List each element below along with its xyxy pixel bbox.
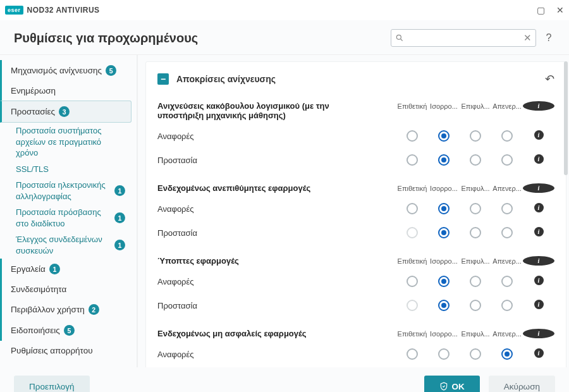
- badge: 3: [59, 106, 70, 117]
- radio-option[interactable]: [501, 348, 513, 360]
- setting-row: Αναφορέςi: [157, 124, 554, 148]
- collapse-icon[interactable]: −: [157, 73, 169, 85]
- close-icon[interactable]: ✕: [556, 5, 564, 15]
- column-label: Απενερ...: [491, 185, 523, 192]
- search-box[interactable]: ✕: [391, 29, 536, 47]
- sidebar-item-label: Προστασία ηλεκτρονικής αλληλογραφίας: [16, 180, 111, 202]
- badge: 1: [114, 185, 125, 196]
- radio-option[interactable]: [470, 300, 481, 311]
- radio-option[interactable]: [470, 227, 481, 238]
- row-label: Αναφορές: [157, 350, 194, 359]
- radio-option[interactable]: [501, 227, 513, 238]
- sidebar-item-1[interactable]: Ενημέρωση: [0, 81, 132, 101]
- setting-row: Αναφορέςi: [157, 197, 554, 221]
- radio-option[interactable]: [438, 348, 450, 360]
- clear-search-icon[interactable]: ✕: [523, 32, 532, 44]
- row-label: Αναφορές: [157, 132, 194, 141]
- radio-option[interactable]: [438, 227, 450, 238]
- setting-row: Αναφορέςi: [157, 269, 554, 293]
- info-icon[interactable]: i: [523, 183, 554, 193]
- radio-option[interactable]: [407, 130, 418, 142]
- info-icon[interactable]: i: [534, 300, 544, 309]
- sidebar-item-label: Ειδοποιήσεις: [11, 326, 60, 335]
- info-icon[interactable]: i: [534, 203, 544, 212]
- info-icon[interactable]: i: [534, 130, 544, 140]
- scrollbar[interactable]: [564, 61, 568, 175]
- row-label: Προστασία: [157, 156, 197, 165]
- setting-row: Προστασίαi: [157, 221, 554, 245]
- row-label: Προστασία: [157, 228, 197, 238]
- brand-badge: eser: [5, 6, 23, 15]
- cancel-button[interactable]: Ακύρωση: [489, 376, 555, 392]
- sidebar-item-label: Ρυθμίσεις απορρήτου: [11, 346, 93, 355]
- radio-option[interactable]: [470, 130, 481, 142]
- radio-option[interactable]: [470, 348, 481, 360]
- sidebar-item-10[interactable]: Περιβάλλον χρήστη2: [0, 299, 132, 320]
- ok-button[interactable]: OK: [424, 376, 480, 392]
- radio-option[interactable]: [438, 300, 450, 311]
- sidebar-item-2[interactable]: Προστασίες3: [0, 101, 132, 123]
- section-header: − Αποκρίσεις ανίχνευσης ↶: [157, 66, 554, 90]
- radio-option[interactable]: [501, 203, 513, 214]
- help-icon[interactable]: ?: [542, 32, 555, 44]
- radio-option[interactable]: [501, 300, 513, 311]
- row-label: Αναφορές: [157, 204, 194, 214]
- setting-row: Αναφορέςi: [157, 342, 554, 366]
- column-label: Απενερ...: [491, 102, 523, 110]
- setting-row: Προστασίαi: [157, 148, 554, 172]
- info-icon[interactable]: i: [534, 276, 544, 285]
- sidebar-item-11[interactable]: Ειδοποιήσεις5: [0, 320, 132, 341]
- sidebar-item-label: Μηχανισμός ανίχνευσης: [11, 66, 102, 75]
- info-icon[interactable]: i: [534, 348, 544, 358]
- sidebar-item-6[interactable]: Προστασία πρόσβασης στο διαδίκτυο1: [0, 204, 132, 231]
- sidebar-item-0[interactable]: Μηχανισμός ανίχνευσης5: [0, 60, 132, 81]
- radio-option[interactable]: [407, 203, 418, 214]
- sidebar: Μηχανισμός ανίχνευσης5ΕνημέρωσηΠροστασίε…: [0, 55, 138, 367]
- radio-option[interactable]: [438, 130, 450, 142]
- sidebar-item-3[interactable]: Προστασία συστήματος αρχείων σε πραγματι…: [0, 123, 132, 161]
- badge: 5: [64, 325, 75, 336]
- sidebar-item-8[interactable]: Εργαλεία1: [0, 259, 132, 279]
- svg-point-0: [396, 35, 401, 39]
- radio-option[interactable]: [407, 348, 418, 360]
- info-icon[interactable]: i: [534, 227, 544, 236]
- radio-option[interactable]: [438, 154, 450, 166]
- radio-option[interactable]: [470, 154, 481, 166]
- radio-option[interactable]: [470, 276, 481, 287]
- radio-option[interactable]: [438, 276, 450, 287]
- radio-option[interactable]: [501, 276, 513, 287]
- sidebar-item-9[interactable]: Συνδεσιμότητα: [0, 279, 132, 299]
- brand-name: NOD32 ANTIVIRUS: [27, 6, 100, 15]
- maximize-icon[interactable]: ▢: [537, 5, 545, 15]
- section-title: Αποκρίσεις ανίχνευσης: [176, 74, 276, 84]
- undo-icon[interactable]: ↶: [545, 72, 554, 86]
- radio-option[interactable]: [438, 203, 450, 214]
- column-label: Ισορρο...: [428, 102, 460, 110]
- group-title: Ενδεχομένως μη ασφαλείς εφαρμογές: [157, 329, 307, 338]
- sidebar-item-4[interactable]: SSL/TLS: [0, 161, 132, 178]
- ok-label: OK: [452, 382, 465, 391]
- radio-option[interactable]: [470, 203, 481, 214]
- sidebar-item-5[interactable]: Προστασία ηλεκτρονικής αλληλογραφίας1: [0, 177, 132, 204]
- radio-option: [407, 300, 418, 311]
- badge: 1: [114, 212, 125, 223]
- radio-option[interactable]: [407, 276, 418, 287]
- column-label: Επιθετική: [396, 102, 428, 110]
- column-label: Απενερ...: [491, 330, 523, 338]
- column-label: Απενερ...: [491, 257, 523, 265]
- default-button[interactable]: Προεπιλογή: [14, 376, 90, 392]
- info-icon[interactable]: i: [523, 256, 554, 266]
- sidebar-item-7[interactable]: Έλεγχος συνδεδεμένων συσκευών1: [0, 231, 132, 259]
- info-icon[interactable]: i: [523, 329, 554, 338]
- radio-option[interactable]: [501, 154, 513, 166]
- column-label: Επιφυλ...: [460, 257, 491, 265]
- column-label: Επιφυλ...: [460, 102, 491, 110]
- group-title: Ανιχνεύσεις κακόβουλου λογισμικού (με τη…: [157, 101, 347, 120]
- info-icon[interactable]: i: [523, 101, 554, 111]
- sidebar-item-12[interactable]: Ρυθμίσεις απορρήτου: [0, 341, 132, 360]
- radio-option[interactable]: [407, 154, 418, 166]
- info-icon[interactable]: i: [534, 154, 544, 164]
- radio-option[interactable]: [501, 130, 513, 142]
- search-input[interactable]: [404, 34, 523, 43]
- column-label: Επιθετική: [396, 330, 428, 338]
